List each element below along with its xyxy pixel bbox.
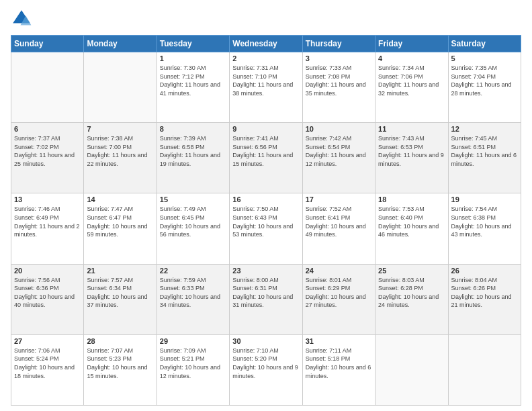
day-number: 2 (232, 54, 299, 62)
day-info: Sunrise: 7:42 AM Sunset: 6:54 PM Dayligh… (306, 134, 372, 168)
calendar-cell: 29Sunrise: 7:09 AM Sunset: 5:21 PM Dayli… (157, 334, 229, 405)
day-number: 5 (451, 54, 518, 62)
calendar-cell: 11Sunrise: 7:43 AM Sunset: 6:53 PM Dayli… (375, 123, 448, 193)
calendar-cell: 9Sunrise: 7:41 AM Sunset: 6:56 PM Daylig… (230, 123, 302, 193)
calendar-cell: 25Sunrise: 8:03 AM Sunset: 6:28 PM Dayli… (375, 264, 448, 334)
day-info: Sunrise: 7:35 AM Sunset: 7:04 PM Dayligh… (451, 64, 518, 97)
day-number: 6 (14, 125, 81, 133)
day-info: Sunrise: 7:10 AM Sunset: 5:20 PM Dayligh… (232, 347, 299, 380)
day-info: Sunrise: 7:33 AM Sunset: 7:08 PM Dayligh… (306, 64, 372, 97)
day-number: 25 (378, 267, 445, 275)
day-number: 15 (160, 195, 226, 203)
calendar-cell: 1Sunrise: 7:30 AM Sunset: 7:12 PM Daylig… (157, 52, 229, 123)
day-info: Sunrise: 7:49 AM Sunset: 6:45 PM Dayligh… (160, 205, 226, 238)
day-info: Sunrise: 7:34 AM Sunset: 7:06 PM Dayligh… (378, 64, 445, 97)
calendar-cell: 2Sunrise: 7:31 AM Sunset: 7:10 PM Daylig… (230, 52, 302, 123)
day-info: Sunrise: 7:54 AM Sunset: 6:38 PM Dayligh… (451, 205, 518, 238)
calendar-cell: 15Sunrise: 7:49 AM Sunset: 6:45 PM Dayli… (157, 193, 229, 264)
calendar-cell (375, 334, 448, 405)
calendar-cell: 14Sunrise: 7:47 AM Sunset: 6:47 PM Dayli… (84, 193, 157, 264)
calendar-cell: 6Sunrise: 7:37 AM Sunset: 7:02 PM Daylig… (11, 123, 84, 193)
calendar-cell: 21Sunrise: 7:57 AM Sunset: 6:34 PM Dayli… (84, 264, 157, 334)
day-info: Sunrise: 7:50 AM Sunset: 6:43 PM Dayligh… (232, 205, 299, 238)
day-number: 4 (378, 54, 445, 62)
day-info: Sunrise: 7:56 AM Sunset: 6:36 PM Dayligh… (14, 276, 81, 310)
day-info: Sunrise: 7:09 AM Sunset: 5:21 PM Dayligh… (160, 347, 226, 380)
calendar-cell: 26Sunrise: 8:04 AM Sunset: 6:26 PM Dayli… (448, 264, 521, 334)
day-number: 17 (306, 195, 372, 203)
calendar-cell: 16Sunrise: 7:50 AM Sunset: 6:43 PM Dayli… (230, 193, 302, 264)
day-number: 26 (451, 267, 518, 275)
page: SundayMondayTuesdayWednesdayThursdayFrid… (0, 0, 532, 411)
day-info: Sunrise: 7:38 AM Sunset: 7:00 PM Dayligh… (87, 134, 153, 168)
calendar-week-row: 13Sunrise: 7:46 AM Sunset: 6:49 PM Dayli… (11, 193, 521, 264)
day-number: 16 (232, 195, 299, 203)
calendar-cell: 24Sunrise: 8:01 AM Sunset: 6:29 PM Dayli… (302, 264, 375, 334)
day-number: 21 (87, 267, 153, 275)
calendar-cell: 17Sunrise: 7:52 AM Sunset: 6:41 PM Dayli… (302, 193, 375, 264)
col-header-monday: Monday (84, 36, 157, 52)
col-header-thursday: Thursday (302, 36, 375, 52)
day-number: 11 (378, 125, 445, 133)
calendar-cell: 4Sunrise: 7:34 AM Sunset: 7:06 PM Daylig… (375, 52, 448, 123)
day-info: Sunrise: 7:46 AM Sunset: 6:49 PM Dayligh… (14, 205, 81, 238)
day-number: 12 (451, 125, 518, 133)
day-info: Sunrise: 8:00 AM Sunset: 6:31 PM Dayligh… (232, 276, 299, 310)
day-info: Sunrise: 7:30 AM Sunset: 7:12 PM Dayligh… (160, 64, 226, 97)
day-info: Sunrise: 7:41 AM Sunset: 6:56 PM Dayligh… (232, 134, 299, 168)
day-info: Sunrise: 7:06 AM Sunset: 5:24 PM Dayligh… (14, 347, 81, 380)
day-info: Sunrise: 7:07 AM Sunset: 5:23 PM Dayligh… (87, 347, 153, 380)
day-info: Sunrise: 7:52 AM Sunset: 6:41 PM Dayligh… (306, 205, 372, 238)
day-number: 18 (378, 195, 445, 203)
day-info: Sunrise: 7:43 AM Sunset: 6:53 PM Dayligh… (378, 134, 445, 168)
day-info: Sunrise: 8:01 AM Sunset: 6:29 PM Dayligh… (306, 276, 372, 310)
day-info: Sunrise: 7:59 AM Sunset: 6:33 PM Dayligh… (160, 276, 226, 310)
day-number: 31 (306, 337, 372, 345)
day-number: 19 (451, 195, 518, 203)
calendar-cell: 30Sunrise: 7:10 AM Sunset: 5:20 PM Dayli… (230, 334, 302, 405)
day-info: Sunrise: 7:39 AM Sunset: 6:58 PM Dayligh… (160, 134, 226, 168)
day-number: 10 (306, 125, 372, 133)
calendar-cell (84, 52, 157, 123)
day-number: 22 (160, 267, 226, 275)
day-number: 28 (87, 337, 153, 345)
day-number: 29 (160, 337, 226, 345)
calendar-cell: 20Sunrise: 7:56 AM Sunset: 6:36 PM Dayli… (11, 264, 84, 334)
col-header-saturday: Saturday (448, 36, 521, 52)
col-header-wednesday: Wednesday (230, 36, 302, 52)
day-info: Sunrise: 7:11 AM Sunset: 5:18 PM Dayligh… (306, 347, 372, 380)
day-info: Sunrise: 7:45 AM Sunset: 6:51 PM Dayligh… (451, 134, 518, 168)
day-info: Sunrise: 7:31 AM Sunset: 7:10 PM Dayligh… (232, 64, 299, 97)
day-number: 27 (14, 337, 81, 345)
header (11, 8, 521, 30)
day-number: 30 (232, 337, 299, 345)
calendar-cell: 7Sunrise: 7:38 AM Sunset: 7:00 PM Daylig… (84, 123, 157, 193)
day-info: Sunrise: 7:53 AM Sunset: 6:40 PM Dayligh… (378, 205, 445, 238)
day-number: 20 (14, 267, 81, 275)
day-number: 7 (87, 125, 153, 133)
calendar-cell: 22Sunrise: 7:59 AM Sunset: 6:33 PM Dayli… (157, 264, 229, 334)
day-number: 24 (306, 267, 372, 275)
calendar-cell: 13Sunrise: 7:46 AM Sunset: 6:49 PM Dayli… (11, 193, 84, 264)
col-header-friday: Friday (375, 36, 448, 52)
calendar-cell: 5Sunrise: 7:35 AM Sunset: 7:04 PM Daylig… (448, 52, 521, 123)
logo-icon (11, 8, 32, 30)
day-info: Sunrise: 8:04 AM Sunset: 6:26 PM Dayligh… (451, 276, 518, 310)
day-info: Sunrise: 8:03 AM Sunset: 6:28 PM Dayligh… (378, 276, 445, 310)
calendar-table: SundayMondayTuesdayWednesdayThursdayFrid… (11, 35, 521, 406)
day-number: 8 (160, 125, 226, 133)
calendar-cell: 19Sunrise: 7:54 AM Sunset: 6:38 PM Dayli… (448, 193, 521, 264)
calendar-cell: 3Sunrise: 7:33 AM Sunset: 7:08 PM Daylig… (302, 52, 375, 123)
calendar-week-row: 6Sunrise: 7:37 AM Sunset: 7:02 PM Daylig… (11, 123, 521, 193)
calendar-header-row: SundayMondayTuesdayWednesdayThursdayFrid… (11, 36, 521, 52)
col-header-tuesday: Tuesday (157, 36, 229, 52)
day-number: 1 (160, 54, 226, 62)
calendar-cell: 18Sunrise: 7:53 AM Sunset: 6:40 PM Dayli… (375, 193, 448, 264)
logo (11, 8, 35, 30)
day-number: 9 (232, 125, 299, 133)
day-number: 14 (87, 195, 153, 203)
day-number: 23 (232, 267, 299, 275)
calendar-cell: 8Sunrise: 7:39 AM Sunset: 6:58 PM Daylig… (157, 123, 229, 193)
calendar-week-row: 20Sunrise: 7:56 AM Sunset: 6:36 PM Dayli… (11, 264, 521, 334)
calendar-week-row: 27Sunrise: 7:06 AM Sunset: 5:24 PM Dayli… (11, 334, 521, 405)
